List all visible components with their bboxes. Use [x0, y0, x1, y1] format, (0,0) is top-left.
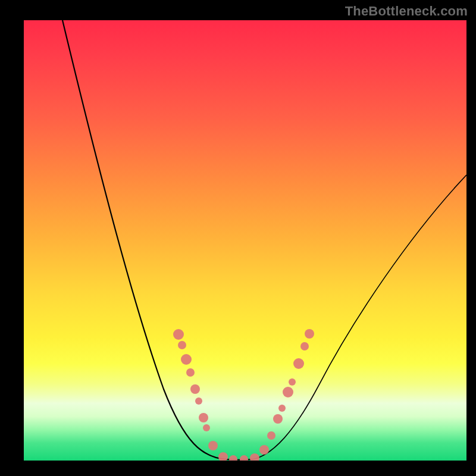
data-marker	[273, 414, 283, 424]
data-marker	[208, 441, 218, 450]
curve-svg	[24, 20, 466, 461]
data-marker	[229, 455, 237, 461]
data-marker	[267, 431, 275, 440]
data-marker	[186, 368, 195, 377]
data-marker	[240, 455, 248, 461]
data-marker	[195, 397, 202, 405]
data-marker	[178, 341, 186, 349]
data-marker	[199, 413, 208, 422]
data-marker	[250, 453, 259, 461]
curve-left	[62, 20, 226, 459]
data-marker	[300, 342, 309, 350]
data-marker	[181, 354, 192, 365]
data-marker	[173, 329, 184, 340]
plot-area	[24, 20, 466, 461]
data-marker	[289, 378, 296, 386]
watermark-text: TheBottleneck.com	[345, 4, 468, 19]
marker-group	[173, 329, 314, 461]
data-marker	[203, 424, 210, 431]
data-marker	[278, 405, 286, 412]
data-marker	[218, 452, 228, 461]
data-marker	[305, 329, 314, 339]
data-marker	[283, 387, 293, 397]
chart-frame: TheBottleneck.com	[0, 0, 476, 476]
data-marker	[293, 358, 304, 369]
curve-right	[253, 175, 466, 459]
data-marker	[259, 445, 269, 455]
data-marker	[190, 384, 200, 394]
